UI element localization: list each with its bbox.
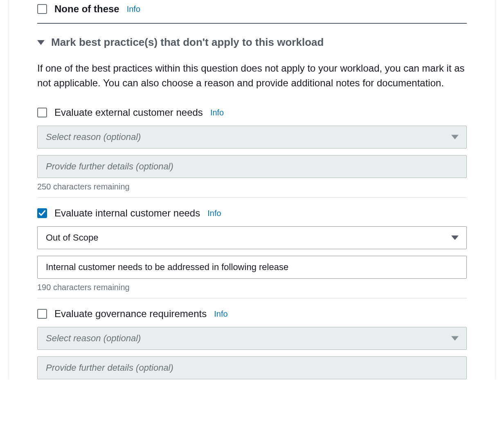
bp-internal-reason-select[interactable]: Out of Scope [37, 226, 467, 249]
bp-external-label: Evaluate external customer needs [54, 107, 203, 118]
chevron-down-icon [451, 236, 459, 240]
bp-governance-label: Evaluate governance requirements [54, 308, 207, 320]
mark-na-description: If one of the best practices within this… [37, 61, 467, 90]
caret-down-icon [37, 40, 45, 45]
mark-na-title: Mark best practice(s) that don't apply t… [51, 36, 324, 49]
bp-internal-label: Evaluate internal customer needs [54, 207, 200, 219]
bp-governance-reason-select[interactable]: Select reason (optional) [37, 327, 467, 350]
bp-internal-checkbox[interactable] [37, 208, 47, 218]
bp-internal-info-link[interactable]: Info [207, 209, 221, 218]
bp-external-checkbox[interactable] [37, 108, 47, 117]
chevron-down-icon [451, 135, 459, 140]
chevron-down-icon [451, 336, 459, 341]
bp-internal-char-count: 190 characters remaining [37, 283, 467, 292]
bp-external-details-input[interactable]: Provide further details (optional) [37, 155, 467, 178]
mark-na-expand-header[interactable]: Mark best practice(s) that don't apply t… [37, 36, 467, 49]
bp-governance-details-input[interactable]: Provide further details (optional) [37, 356, 467, 379]
none-of-these-label: None of these [54, 3, 119, 15]
bp-external-reason-select[interactable]: Select reason (optional) [37, 126, 467, 149]
bp-internal-details-input[interactable]: Internal customer needs to be addressed … [37, 256, 467, 279]
bp-divider [37, 298, 467, 298]
bp-divider [37, 197, 467, 198]
bp-governance-info-link[interactable]: Info [214, 309, 227, 319]
section-divider [37, 23, 467, 24]
bp-external-char-count: 250 characters remaining [37, 182, 467, 191]
bp-external-info-link[interactable]: Info [210, 108, 224, 117]
none-of-these-info-link[interactable]: Info [127, 5, 140, 14]
none-of-these-checkbox[interactable] [37, 4, 47, 14]
bp-governance-checkbox[interactable] [37, 309, 47, 319]
